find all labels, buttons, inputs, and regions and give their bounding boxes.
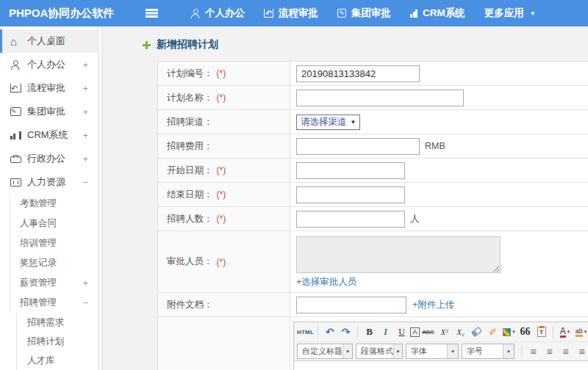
attachment-link[interactable]: +附件上传	[412, 299, 454, 311]
blockquote-button[interactable]: 66	[517, 324, 533, 340]
form-value: RMB	[290, 134, 588, 158]
approvers-textarea[interactable]	[296, 236, 501, 273]
form-row-plan-content: HTML ↶ ↷ B I U A ABC X²	[158, 317, 588, 370]
sidebar-item-talent-pool[interactable]: 人才库	[0, 351, 98, 370]
font-family-combo[interactable]: 字体▾	[406, 344, 459, 359]
font-color-a: A	[560, 327, 566, 338]
chart-icon	[10, 131, 21, 139]
layout: ⌂个人桌面个人办公+↶流程审批+✎集团审批+CRM系统+行政办公+人力资源−考勤…	[0, 26, 588, 370]
recruit-channel-select[interactable]: 请选择渠道▼	[296, 115, 360, 130]
highlight-color-button[interactable]: ab▾	[573, 324, 588, 340]
plan-number-input[interactable]	[296, 65, 420, 82]
form-label-text: 招聘渠道：	[167, 116, 213, 128]
recruit-cost-input[interactable]	[296, 138, 420, 155]
form-label: 结束日期：(*)	[158, 183, 290, 206]
sidebar-item-recruitment-mgmt[interactable]: 招聘管理−	[0, 293, 98, 313]
combo-label: 段落格式	[361, 346, 393, 357]
plan-name-input[interactable]	[296, 90, 464, 106]
end-date-input[interactable]	[296, 186, 405, 203]
redo-button[interactable]: ↷	[338, 324, 354, 340]
approvers-link[interactable]: +选择审批人员	[296, 276, 356, 289]
align-right-button[interactable]: ≡	[558, 344, 573, 359]
nav-item-label: 个人办公	[205, 7, 245, 20]
superscript-button[interactable]: X²	[437, 324, 452, 340]
char-border-button[interactable]: A	[410, 327, 420, 337]
sidebar-item-recruit-demand[interactable]: 招聘需求	[0, 313, 98, 332]
bold-button[interactable]: B	[362, 324, 377, 340]
expand-plus-icon[interactable]: +	[82, 59, 88, 70]
sidebar-item-label: 行政办公	[27, 152, 65, 165]
font-size-combo[interactable]: 字号▾	[462, 344, 514, 359]
recruit-count-input[interactable]	[296, 211, 405, 228]
color-palette-button[interactable]: ▾	[501, 324, 517, 340]
form-row-start-date: 开始日期：(*)	[158, 159, 588, 183]
sidebar-item-group-approval[interactable]: ✎集团审批+	[0, 100, 98, 123]
form-row-recruit-channel: 招聘渠道：请选择渠道▼	[158, 110, 588, 134]
nav-item-group-approval[interactable]: ✎集团审批	[337, 7, 391, 20]
strikethrough-button[interactable]: ABC	[420, 324, 436, 340]
collapse-minus-icon[interactable]: −	[82, 177, 88, 188]
sidebar-item-admin-office[interactable]: 行政办公+	[0, 147, 98, 170]
select-value: 请选择渠道	[301, 116, 347, 128]
expand-plus-icon[interactable]: +	[82, 130, 88, 141]
form-label-text: 招聘人数：	[167, 213, 213, 225]
sidebar-item-label: 招聘管理	[20, 297, 57, 309]
sidebar-item-personal-desktop[interactable]: ⌂个人桌面	[0, 29, 98, 53]
sidebar-item-human-resources[interactable]: 人力资源−	[0, 170, 98, 194]
collapse-minus-icon[interactable]: −	[82, 297, 88, 308]
expand-plus-icon[interactable]: +	[82, 106, 88, 117]
form-label-text: 招聘费用：	[167, 140, 213, 153]
align-justify-button[interactable]: ≡	[574, 344, 588, 359]
font-color-button[interactable]: A▾	[557, 324, 573, 340]
expand-plus-icon[interactable]: +	[82, 153, 88, 164]
nav-item-more-apps[interactable]: 更多应用▼	[484, 7, 536, 20]
remove-format-button[interactable]	[469, 324, 484, 340]
sidebar-item-salary-mgmt[interactable]: 薪资管理+	[0, 273, 98, 293]
home-icon: ⌂	[10, 37, 21, 46]
attachment-input[interactable]	[296, 297, 406, 313]
sidebar-item-attendance-mgmt[interactable]: 考勤管理	[0, 194, 98, 214]
start-date-input[interactable]	[296, 162, 405, 179]
html-source-button[interactable]: HTML	[297, 324, 314, 340]
underline-button[interactable]: U	[394, 324, 409, 340]
expand-plus-icon[interactable]: +	[82, 278, 88, 289]
required-mark: (*)	[217, 214, 226, 224]
form-row-end-date: 结束日期：(*)	[158, 183, 588, 207]
person-icon	[10, 60, 21, 70]
expand-plus-icon[interactable]: +	[82, 83, 88, 94]
format-painter-button[interactable]: ✐	[485, 324, 501, 340]
combo-label: 字体	[411, 346, 427, 357]
sidebar-item-reward-records[interactable]: 奖惩记录	[0, 253, 98, 273]
undo-icon: ↶	[10, 84, 21, 92]
editor-toolbar-row1: HTML ↶ ↷ B I U A ABC X²	[294, 322, 588, 341]
sidebar-item-label: 培训管理	[20, 237, 57, 250]
sidebar-item-personal-office[interactable]: 个人办公+	[0, 53, 98, 76]
nav-item-personal-office[interactable]: 个人办公	[190, 7, 245, 20]
sidebar-item-hr-contract[interactable]: 人事合同	[0, 214, 98, 233]
sidebar-item-crm-system[interactable]: CRM系统+	[0, 123, 98, 147]
person-icon	[190, 9, 200, 18]
hamburger-menu-icon[interactable]	[146, 9, 158, 18]
align-center-button[interactable]: ≡	[542, 344, 557, 359]
form-value: +附件上传	[290, 293, 588, 316]
paragraph-format-combo[interactable]: 段落格式▾	[356, 344, 403, 359]
caret-down-icon: ▾	[343, 344, 352, 358]
sidebar-item-recruit-plan[interactable]: 招聘计划	[0, 332, 98, 351]
undo-button[interactable]: ↶	[322, 324, 337, 340]
paste-button[interactable]: T	[534, 324, 549, 340]
form-row-approvers: 审批人员：(*)+选择审批人员	[158, 231, 588, 293]
nav-item-crm-system[interactable]: CRM系统	[410, 7, 465, 20]
nav-item-workflow-approval[interactable]: ↶流程审批	[264, 7, 318, 20]
sidebar-item-training-mgmt[interactable]: 培训管理	[0, 233, 98, 253]
sidebar-item-label: 招聘需求	[27, 316, 64, 329]
align-left-button[interactable]: ≡	[526, 344, 541, 359]
recruit-plan-form: 计划编号：(*)计划名称：(*)招聘渠道：请选择渠道▼招聘费用：RMB开始日期：…	[157, 61, 588, 370]
custom-title-combo[interactable]: 自定义标题▾	[297, 344, 353, 359]
form-value-editor: HTML ↶ ↷ B I U A ABC X²	[290, 317, 588, 370]
sidebar-item-label: 个人桌面	[27, 35, 65, 48]
editor-toolbar: HTML ↶ ↷ B I U A ABC X²	[294, 322, 588, 361]
editor-content-area[interactable]	[294, 361, 588, 370]
italic-button[interactable]: I	[378, 324, 393, 340]
sidebar-item-workflow-approval[interactable]: ↶流程审批+	[0, 76, 98, 100]
subscript-button[interactable]: X₂	[453, 324, 468, 340]
